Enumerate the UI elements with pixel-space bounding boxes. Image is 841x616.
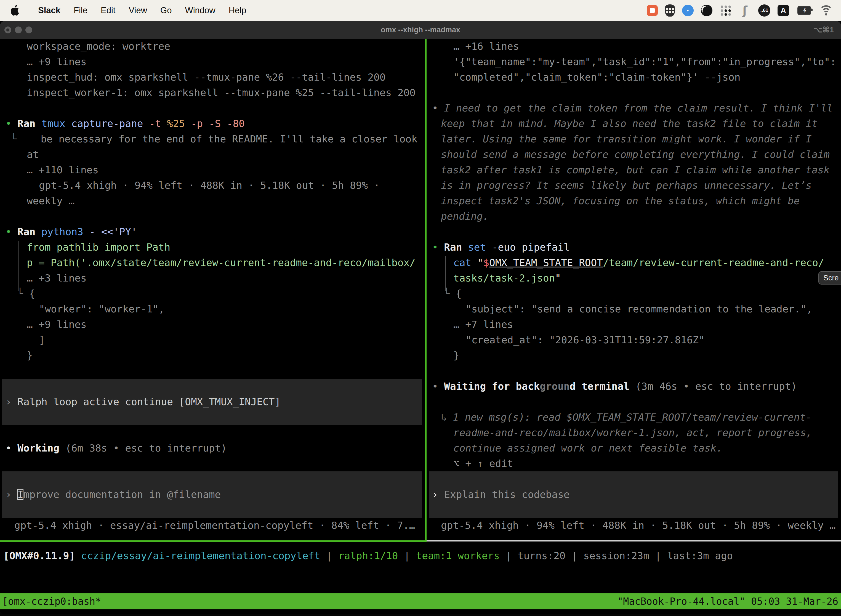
- terminal-line: p = Path('.omx/state/team/review-current…: [0, 255, 425, 270]
- terminal-line: continue assigned work or next feasible …: [426, 440, 841, 456]
- tmux-host-and-clock: "MacBook-Pro-44.local" 05:03 31-Mar-26: [617, 593, 838, 609]
- right-terminal-pane[interactable]: … +16 lines'{"team_name":"my-team","task…: [426, 39, 841, 540]
- terminal-line: inspect task2's JSON, focusing on the st…: [426, 193, 841, 209]
- terminal-line: keep that in mind. Maybe I also need the…: [426, 116, 841, 131]
- macos-menu-bar: SlackFileEditViewGoWindowHelp ʃ..61Aϟ: [0, 0, 841, 21]
- left-terminal-pane[interactable]: workspace_mode: worktree… +9 linesinspec…: [0, 39, 425, 540]
- menu-item-help[interactable]: Help: [222, 6, 253, 15]
- terminal-line: … +16 lines: [426, 39, 841, 54]
- terminal-line: [426, 394, 841, 409]
- terminal-line: • Ran set -euo pipefail: [426, 239, 841, 255]
- apple-menu-icon[interactable]: [10, 4, 21, 17]
- terminal-line: [0, 209, 425, 224]
- terminal-line: later. Using the same for transition mig…: [426, 131, 841, 147]
- window-shortcut-hint: ⌥⌘1: [814, 21, 834, 39]
- battery-charging-icon[interactable]: ϟ: [796, 4, 812, 16]
- terminal-line: [426, 85, 841, 100]
- wifi-icon[interactable]: [819, 5, 833, 16]
- screen-overlay-tooltip: Scre: [818, 271, 841, 285]
- terminal-line: gpt-5.4 xhigh · 94% left · 488K in · 5.1…: [426, 518, 841, 533]
- terminal-line: › Improve documentation in @filename: [0, 487, 425, 502]
- terminal-line: '{"team_name":"my-team","task_id":"1","f…: [426, 54, 841, 70]
- terminal-line: cat "$OMX_TEAM_STATE_ROOT/team/review-cu…: [426, 255, 841, 270]
- tmux-session: workspace_mode: worktree… +9 linesinspec…: [0, 39, 841, 615]
- terminal-line: └ {: [0, 286, 425, 301]
- terminal-line: • Working (6m 38s • esc to interrupt): [0, 440, 425, 456]
- terminal-line: }: [426, 348, 841, 363]
- terminal-line: task2 after task1 is complete, but can I…: [426, 162, 841, 178]
- terminal-line: › Ralph loop active continue [OMX_TMUX_I…: [0, 394, 425, 409]
- menu-item-go[interactable]: Go: [154, 6, 178, 15]
- terminal-line: ]: [0, 332, 425, 348]
- terminal-line: • Ran tmux capture-pane -t %25 -p -S -80: [0, 116, 425, 131]
- terminal-line: … +7 lines: [426, 317, 841, 332]
- crescent-app-icon[interactable]: [701, 5, 712, 16]
- window-title: omx --xhigh --madmax: [0, 21, 841, 39]
- terminal-line: [0, 456, 425, 471]
- inactive-pane-bottom-border: [426, 540, 841, 541]
- terminal-line: [0, 502, 425, 518]
- terminal-line: tasks/task-2.json": [426, 270, 841, 286]
- terminal-line: [0, 378, 425, 394]
- terminal-line: }: [0, 348, 425, 363]
- dots-grid-icon[interactable]: [719, 4, 732, 16]
- terminal-line: "worker": "worker-1",: [0, 301, 425, 317]
- terminal-line: is in progress? It seems likely but perh…: [426, 178, 841, 193]
- terminal-line: [0, 409, 425, 425]
- terminal-line: weekly …: [0, 193, 425, 209]
- terminal-line: inspect_worker-1: omx sparkshell --tmux-…: [0, 85, 425, 100]
- terminal-line: workspace_mode: worktree: [0, 39, 425, 54]
- terminal-line: └ be necessary for the end of the README…: [0, 131, 425, 147]
- terminal-line: from pathlib import Path: [0, 239, 425, 255]
- terminal-line: … +9 lines: [0, 54, 425, 70]
- terminal-line: • Ran python3 - <<'PY': [0, 224, 425, 239]
- active-pane-bottom-border: [0, 540, 426, 542]
- terminal-line: pending.: [426, 209, 841, 224]
- terminal-line: "completed","claim_token":"claim-token"}…: [426, 70, 841, 85]
- terminal-line: [426, 224, 841, 239]
- menu-item-edit[interactable]: Edit: [94, 6, 122, 15]
- terminal-line: [426, 502, 841, 518]
- terminal-line: inspect_hud: omx sparkshell --tmux-pane …: [0, 70, 425, 85]
- terminal-line: gpt-5.4 xhigh · 94% left · 488K in · 5.1…: [0, 178, 425, 193]
- menu-item-view[interactable]: View: [122, 6, 154, 15]
- menu-item-slack[interactable]: Slack: [31, 6, 67, 15]
- terminal-line: … +110 lines: [0, 162, 425, 178]
- terminal-line: ↳ 1 new msg(s): read $OMX_TEAM_STATE_ROO…: [426, 409, 841, 425]
- terminal-line: should send a message before completing …: [426, 147, 841, 162]
- omx-session-status-line: [OMX#0.11.9] cczip/essay/ai-reimplementa…: [0, 548, 841, 563]
- terminal-line: … +9 lines: [0, 317, 425, 332]
- terminal-line: • I need to get the claim token from the…: [426, 100, 841, 116]
- terminal-line: [426, 471, 841, 487]
- terminal-line: "created_at": "2026-03-31T11:59:27.816Z": [426, 332, 841, 348]
- terminal-line: "subject": "send a concise recommendatio…: [426, 301, 841, 317]
- bolt-app-icon[interactable]: [682, 5, 694, 16]
- window-titlebar[interactable]: omx --xhigh --madmax ⌥⌘1: [0, 21, 841, 39]
- terminal-line: [0, 471, 425, 487]
- tmux-window-label[interactable]: [omx-cczip0:bash*: [2, 593, 101, 609]
- terminal-line: › Explain this codebase: [426, 487, 841, 502]
- shield-grid-icon[interactable]: [665, 4, 675, 16]
- terminal-line: • Waiting for background terminal (3m 46…: [426, 378, 841, 394]
- terminal-line: ⌥ + ↑ edit: [426, 456, 841, 471]
- terminal-line: at: [0, 147, 425, 162]
- tmux-status-bar: [omx-cczip0:bash* "MacBook-Pro-44.local"…: [0, 593, 841, 609]
- terminal-line: readme-and-reco/mailbox/worker-1.json, a…: [426, 425, 841, 440]
- badge-61-icon[interactable]: ..61: [758, 4, 771, 16]
- terminal-line: [0, 363, 425, 378]
- terminal-window: omx --xhigh --madmax ⌥⌘1 workspace_mode:…: [0, 21, 841, 615]
- s-hook-icon[interactable]: ʃ: [739, 4, 751, 16]
- menu-item-file[interactable]: File: [67, 6, 94, 15]
- terminal-line: [426, 363, 841, 378]
- menu-item-window[interactable]: Window: [178, 6, 222, 15]
- terminal-line: gpt-5.4 xhigh · essay/ai-reimplementatio…: [0, 518, 425, 533]
- terminal-line: └ {: [426, 286, 841, 301]
- terminal-line: [0, 100, 425, 116]
- terminal-line: [0, 425, 425, 440]
- slack-icon[interactable]: [647, 5, 658, 16]
- a-app-icon[interactable]: A: [778, 5, 789, 16]
- terminal-line: … +3 lines: [0, 270, 425, 286]
